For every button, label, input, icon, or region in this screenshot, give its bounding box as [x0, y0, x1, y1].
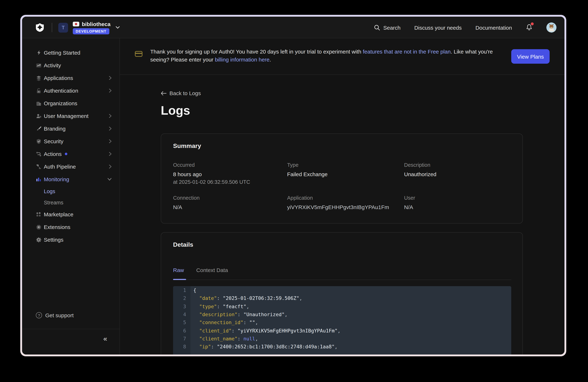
- trial-banner: Thank you for signing up for Auth0! You …: [120, 38, 565, 75]
- documentation-link[interactable]: Documentation: [475, 24, 512, 31]
- activity-chart-icon: [36, 62, 42, 68]
- summary-card: Summary Occurred 8 hours ago at 2025-01-…: [161, 134, 523, 224]
- actions-notification-dot: [65, 153, 67, 155]
- tab-context-data[interactable]: Context Data: [196, 267, 228, 279]
- tab-raw[interactable]: Raw: [173, 267, 184, 279]
- page-title: Logs: [161, 103, 190, 117]
- main-content: Thank you for signing up for Auth0! You …: [120, 38, 565, 355]
- details-card: Details Raw Context Data 1{ 2 "date": "2…: [161, 232, 523, 355]
- gear-icon: [36, 237, 42, 243]
- japan-flag-icon: [73, 21, 79, 26]
- code-line: 3 "type": "feacft",: [173, 302, 511, 310]
- grid-plus-icon: [36, 211, 42, 217]
- credit-card-icon: [135, 50, 143, 57]
- field-application: Application yiVYRXiKV5mFgEHHPgvt3nIBgYPA…: [287, 195, 404, 210]
- field-user: User N/A: [404, 195, 511, 210]
- top-header: T bibliotheca DEVELOPMENT Search: [22, 17, 565, 38]
- summary-heading: Summary: [161, 134, 523, 150]
- auth0-logo-icon: [35, 23, 44, 32]
- code-line: 6 "client_id": "yiVYRXiKV5mFgEHHPgvt3nIB…: [173, 326, 511, 335]
- trial-message: Thank you for signing up for Auth0! You …: [150, 48, 494, 63]
- code-line: 5 "connection_id": "",: [173, 318, 511, 326]
- pipeline-icon: [36, 164, 42, 170]
- chevron-right-icon: [109, 165, 111, 169]
- sidebar-item-branding[interactable]: Branding: [22, 122, 120, 135]
- field-type: Type Failed Exchange: [287, 162, 404, 185]
- code-line: 1{: [173, 286, 511, 294]
- chevron-down-icon[interactable]: [116, 26, 120, 29]
- chevron-right-icon: [109, 152, 111, 156]
- lightning-icon: [36, 50, 42, 56]
- arrow-left-icon: [161, 91, 167, 95]
- get-support-link[interactable]: ? Get support: [22, 309, 120, 322]
- environment-badge: DEVELOPMENT: [73, 28, 109, 34]
- field-occurred: Occurred 8 hours ago at 2025-01-02 06:32…: [173, 162, 287, 185]
- notification-badge: [531, 22, 534, 25]
- sidebar-item-streams[interactable]: Streams: [22, 197, 120, 208]
- active-tab-underline: [173, 279, 186, 280]
- tenant-name: bibliotheca: [82, 21, 110, 27]
- sidebar-item-applications[interactable]: Applications: [22, 72, 120, 84]
- details-heading: Details: [161, 233, 523, 248]
- header-divider: [52, 23, 52, 32]
- tabs-divider: [173, 280, 511, 280]
- sidebar-item-activity[interactable]: Activity: [22, 59, 120, 72]
- sidebar-item-authentication[interactable]: Authentication: [22, 84, 120, 97]
- discuss-your-needs-link[interactable]: Discuss your needs: [414, 24, 462, 31]
- code-line: 2 "date": "2025-01-02T06:32:59.506Z",: [173, 294, 511, 303]
- building-icon: [36, 100, 42, 106]
- layers-icon: [36, 75, 42, 81]
- chevron-right-icon: [109, 139, 111, 143]
- tenant-switcher[interactable]: bibliotheca DEVELOPMENT: [73, 21, 110, 34]
- lock-icon: [36, 88, 42, 94]
- tenant-initial-avatar[interactable]: T: [58, 23, 68, 32]
- bar-chart-icon: [36, 176, 42, 182]
- billing-information-link[interactable]: billing information here: [215, 56, 270, 62]
- chip-icon: [36, 224, 42, 230]
- back-to-logs-link[interactable]: Back to Logs: [161, 90, 201, 96]
- notifications-button[interactable]: [526, 24, 533, 31]
- question-circle-icon: ?: [36, 312, 42, 318]
- sidebar-footer-divider: [22, 329, 120, 329]
- sidebar-item-getting-started[interactable]: Getting Started: [22, 46, 120, 59]
- shield-check-icon: [36, 138, 42, 144]
- collapse-sidebar-button[interactable]: «: [103, 335, 107, 343]
- code-line: 8 "ip": "2400:2652:bc1:1700:3d8c:2748:d4…: [173, 343, 511, 351]
- search-icon: [374, 24, 380, 31]
- chevron-right-icon: [109, 89, 111, 93]
- view-plans-button[interactable]: View Plans: [511, 49, 550, 64]
- sidebar-item-monitoring[interactable]: Monitoring: [22, 173, 120, 186]
- sidebar-item-settings[interactable]: Settings: [22, 233, 120, 246]
- sidebar-item-organizations[interactable]: Organizations: [22, 97, 120, 110]
- chevron-right-icon: [109, 114, 111, 118]
- flow-icon: [36, 151, 42, 157]
- field-description: Description Unauthorized: [404, 162, 511, 185]
- paintbrush-icon: [36, 126, 42, 132]
- sidebar-item-logs[interactable]: Logs: [22, 186, 120, 197]
- details-tabs: Raw Context Data: [173, 267, 228, 279]
- desktop-background: T bibliotheca DEVELOPMENT Search: [0, 0, 588, 382]
- auth0-dashboard: T bibliotheca DEVELOPMENT Search: [22, 17, 565, 355]
- user-gear-icon: [36, 113, 42, 119]
- sidebar: Getting Started Activity Applications: [22, 38, 120, 355]
- sidebar-item-user-management[interactable]: User Management: [22, 110, 120, 122]
- sidebar-item-extensions[interactable]: Extensions: [22, 221, 120, 233]
- raw-log-json-viewer[interactable]: 1{ 2 "date": "2025-01-02T06:32:59.506Z",…: [173, 286, 511, 355]
- sidebar-item-security[interactable]: Security: [22, 135, 120, 148]
- search-button[interactable]: Search: [374, 24, 400, 31]
- code-line: 7 "client_name": null,: [173, 335, 511, 343]
- chevron-right-icon: [109, 76, 111, 80]
- free-plan-features-link[interactable]: features that are not in the Free plan: [363, 48, 451, 55]
- user-avatar[interactable]: [546, 22, 556, 33]
- chevron-right-icon: [109, 127, 111, 131]
- field-connection: Connection N/A: [173, 195, 287, 210]
- sidebar-item-actions[interactable]: Actions: [22, 148, 120, 160]
- chevron-down-icon: [107, 178, 111, 180]
- sidebar-item-marketplace[interactable]: Marketplace: [22, 208, 120, 221]
- code-line: 4 "description": "Unauthorized",: [173, 310, 511, 319]
- sidebar-item-auth-pipeline[interactable]: Auth Pipeline: [22, 160, 120, 173]
- app-window: T bibliotheca DEVELOPMENT Search: [20, 15, 566, 356]
